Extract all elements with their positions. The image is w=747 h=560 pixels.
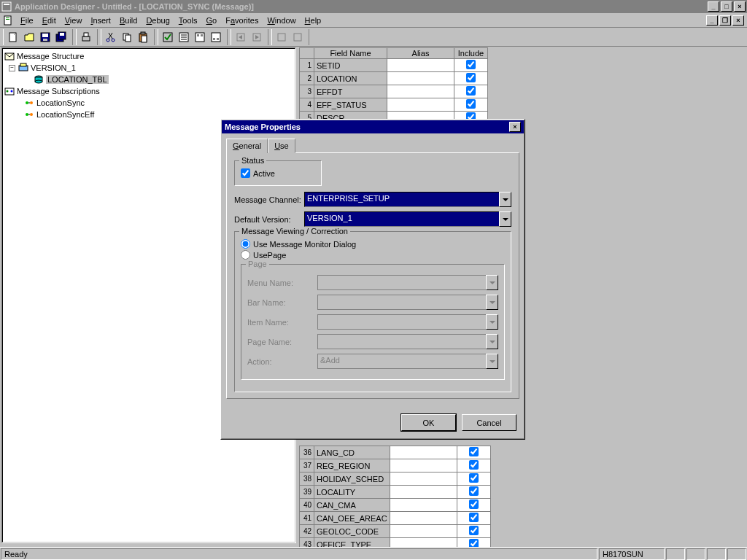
opt-monitor[interactable]: Use Message Monitor Dialog	[241, 239, 505, 249]
svg-rect-4	[6, 19, 9, 20]
tool-open-icon[interactable]	[21, 29, 37, 45]
tab-use[interactable]: Use	[268, 139, 295, 153]
col-alias[interactable]: Alias	[387, 48, 454, 59]
menu-tools[interactable]: Tools	[174, 15, 202, 26]
include-checkbox[interactable]	[469, 526, 479, 535]
tool-paste-icon[interactable]	[135, 29, 151, 45]
tool-cut-icon[interactable]	[103, 29, 119, 45]
col-field-name[interactable]: Field Name	[314, 48, 387, 59]
tool-misc2-icon[interactable]	[290, 29, 306, 45]
svg-rect-3	[6, 18, 9, 18]
message-properties-dialog: Message Properties × General Use Status	[220, 119, 525, 440]
svg-rect-44	[20, 63, 26, 66]
svg-rect-41	[294, 34, 301, 41]
channel-combo[interactable]: ENTERPRISE_SETUP	[304, 192, 511, 207]
include-checkbox[interactable]	[469, 460, 479, 470]
menu-debug[interactable]: Debug	[142, 15, 174, 26]
bar-name-label: Bar Name:	[247, 298, 317, 307]
table-row[interactable]: 4EFF_STATUS	[300, 98, 488, 112]
tool-save-icon[interactable]	[37, 29, 53, 45]
table-row[interactable]: 37REG_REGION	[300, 459, 491, 472]
message-icon	[4, 51, 15, 61]
table-row[interactable]: 1SETID	[300, 59, 488, 72]
tool-saveall-icon[interactable]	[53, 29, 69, 45]
svg-rect-30	[196, 33, 204, 42]
svg-point-55	[30, 113, 33, 116]
sub-icon	[24, 109, 34, 120]
tree-root[interactable]: Message Structure	[4, 50, 293, 62]
tree-subs[interactable]: Message Subscriptions	[4, 85, 293, 97]
table-row[interactable]: 38HOLIDAY_SCHED	[300, 472, 491, 486]
status-cell-2	[686, 548, 705, 560]
table-row[interactable]: 36LANG_CD	[300, 446, 491, 459]
table-row[interactable]: 39LOCALITY	[300, 486, 491, 499]
tree-sub1[interactable]: LocationSync	[4, 97, 293, 109]
close-button[interactable]: ×	[734, 1, 746, 12]
tool-options-icon[interactable]	[208, 29, 224, 45]
tool-misc1-icon[interactable]	[274, 29, 290, 45]
mdi-close-button[interactable]: ×	[732, 15, 744, 26]
active-checkbox[interactable]: Active	[241, 168, 315, 178]
table-row[interactable]: 42GEOLOC_CODE	[300, 525, 491, 538]
bar-name-combo	[317, 295, 498, 310]
status-cell-4	[727, 548, 746, 560]
mdi-restore-button[interactable]: ❐	[719, 15, 731, 26]
svg-point-47	[35, 80, 42, 83]
menu-edit[interactable]: Edit	[38, 15, 61, 26]
tool-nav-back-icon[interactable]	[233, 29, 249, 45]
tool-copy-icon[interactable]	[119, 29, 135, 45]
menu-insert[interactable]: Insert	[86, 15, 115, 26]
app-titlebar: Application Designer - Untitled - [LOCAT…	[0, 0, 747, 13]
tool-validate-icon[interactable]	[160, 29, 176, 45]
table-row[interactable]: 2LOCATION	[300, 72, 488, 85]
dialog-close-button[interactable]: ×	[509, 122, 521, 132]
include-checkbox[interactable]	[469, 473, 479, 483]
tree-table[interactable]: LOCATION_TBL	[4, 74, 293, 85]
menu-build[interactable]: Build	[115, 15, 142, 26]
collapse-icon[interactable]: −	[9, 65, 15, 71]
include-checkbox[interactable]	[466, 60, 476, 69]
menu-favorites[interactable]: Favorites	[221, 15, 263, 26]
svg-rect-33	[212, 33, 220, 42]
include-checkbox[interactable]	[466, 99, 476, 109]
ok-button[interactable]: OK	[401, 414, 456, 431]
chevron-down-icon[interactable]	[499, 211, 511, 227]
col-include[interactable]: Include	[454, 48, 488, 59]
tab-general[interactable]: General	[226, 139, 268, 153]
dialog-titlebar[interactable]: Message Properties ×	[222, 120, 524, 133]
svg-marker-37	[239, 35, 242, 39]
tool-nav-forward-icon[interactable]	[249, 29, 265, 45]
tree-version[interactable]: − VERSION_1	[4, 62, 293, 74]
include-checkbox[interactable]	[469, 513, 479, 522]
include-checkbox[interactable]	[466, 73, 476, 82]
include-checkbox[interactable]	[466, 86, 476, 96]
mdi-minimize-button[interactable]: _	[706, 15, 718, 26]
table-row[interactable]: 3EFFDT	[300, 85, 488, 98]
sub-icon	[24, 98, 34, 108]
menu-go[interactable]: Go	[202, 15, 222, 26]
include-checkbox[interactable]	[469, 499, 479, 509]
tool-print-icon[interactable]	[78, 29, 94, 45]
menu-file[interactable]: File	[16, 15, 38, 26]
svg-point-54	[26, 113, 28, 116]
maximize-button[interactable]: □	[721, 1, 732, 12]
version-combo[interactable]: VERSION_1	[304, 211, 511, 227]
svg-rect-40	[278, 34, 285, 41]
status-cell-3	[707, 548, 726, 560]
cancel-button[interactable]: Cancel	[462, 414, 516, 431]
table-row[interactable]: 40CAN_CMA	[300, 499, 491, 512]
tool-build-icon[interactable]	[192, 29, 208, 45]
tool-new-icon[interactable]	[5, 29, 21, 45]
opt-page[interactable]: Use Page	[241, 250, 505, 260]
table-row[interactable]: 41CAN_OEE_AREAC	[300, 512, 491, 525]
tool-properties-icon[interactable]	[176, 29, 192, 45]
include-checkbox[interactable]	[469, 447, 479, 456]
minimize-button[interactable]: _	[708, 1, 719, 12]
chevron-down-icon[interactable]	[499, 192, 511, 207]
include-checkbox[interactable]	[469, 486, 479, 496]
svg-rect-35	[217, 38, 219, 40]
svg-marker-39	[255, 35, 259, 39]
menu-view[interactable]: View	[61, 15, 87, 26]
menu-window[interactable]: Window	[263, 15, 300, 26]
menu-help[interactable]: Help	[301, 15, 326, 26]
